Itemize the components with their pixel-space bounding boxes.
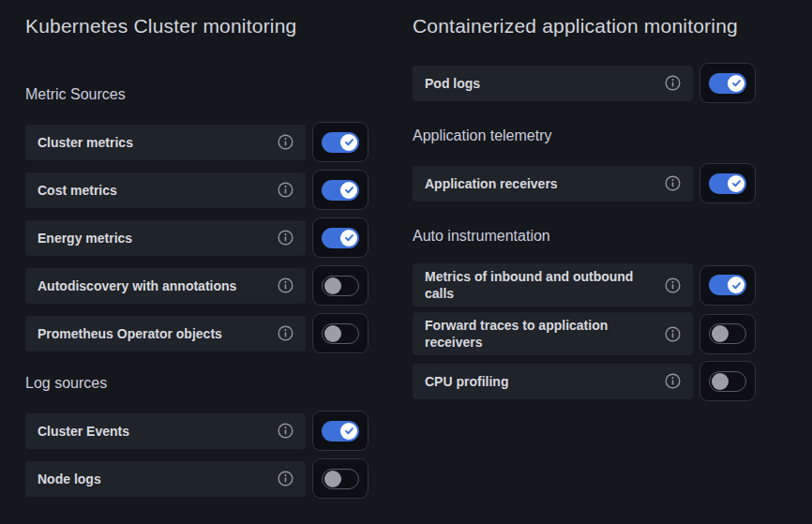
- toggle-knob: [728, 175, 744, 192]
- setting-row: Application receivers: [413, 163, 756, 203]
- toggle-pill: [322, 421, 359, 442]
- info-icon[interactable]: [665, 326, 681, 342]
- setting-bar: Metrics of inbound and outbound calls: [413, 263, 693, 307]
- section-heading: Metric Sources: [25, 85, 368, 103]
- check-icon: [344, 185, 354, 195]
- info-icon[interactable]: [278, 471, 293, 487]
- settings-page: Kubernetes Cluster monitoring Metric Sou…: [0, 0, 812, 506]
- toggle-pill: [709, 371, 746, 392]
- setting-row: Cost metrics: [25, 170, 368, 210]
- column-containerized-application-monitoring: Containerized application monitoring Pod…: [413, 12, 756, 506]
- toggle-switch[interactable]: [699, 265, 756, 306]
- toggle-switch[interactable]: [312, 458, 368, 499]
- info-icon[interactable]: [278, 277, 293, 293]
- setting-row: CPU profiling: [413, 361, 756, 401]
- setting-label: Cluster Events: [38, 423, 278, 440]
- toggle-pill: [322, 323, 359, 344]
- info-icon[interactable]: [278, 230, 293, 246]
- setting-row: Prometheus Operator objects: [25, 313, 368, 353]
- setting-bar: Energy metrics: [25, 220, 306, 256]
- section-log-sources: Log sources Cluster Events Node logs: [25, 374, 368, 499]
- toggle-pill: [322, 469, 359, 489]
- setting-row: Node logs: [25, 458, 368, 499]
- toggle-pill: [709, 275, 746, 295]
- toggle-knob: [340, 182, 357, 199]
- setting-label: Pod logs: [425, 75, 665, 92]
- setting-bar: Pod logs: [413, 66, 693, 101]
- info-icon[interactable]: [278, 325, 293, 341]
- check-icon: [731, 280, 742, 291]
- toggle-pill: [322, 132, 359, 153]
- toggle-switch[interactable]: [699, 163, 756, 203]
- toggle-knob: [712, 373, 729, 390]
- setting-label: Application receivers: [425, 175, 665, 192]
- setting-row: Energy metrics: [25, 217, 368, 258]
- setting-label: Autodiscovery with annotations: [38, 277, 278, 294]
- section-heading: Application telemetry: [413, 127, 756, 144]
- setting-bar: Forward traces to application receivers: [413, 312, 693, 355]
- toggle-knob: [728, 277, 744, 293]
- info-icon[interactable]: [278, 134, 293, 150]
- toggle-switch[interactable]: [312, 122, 368, 162]
- setting-row: Pod logs: [413, 63, 756, 103]
- check-icon: [344, 426, 354, 436]
- setting-bar: CPU profiling: [413, 364, 693, 399]
- page-title: Kubernetes Cluster monitoring: [25, 12, 368, 40]
- toggle-knob: [728, 75, 744, 92]
- page-title: Containerized application monitoring: [413, 12, 756, 40]
- info-icon[interactable]: [665, 373, 681, 389]
- check-icon: [731, 178, 742, 188]
- toggle-pill: [322, 228, 359, 248]
- toggle-pill: [322, 276, 359, 296]
- section-auto-instrumentation: Auto instrumentation Metrics of inbound …: [413, 227, 756, 401]
- toggle-knob: [340, 230, 357, 247]
- toggle-switch[interactable]: [312, 313, 368, 353]
- setting-label: Energy metrics: [38, 230, 278, 247]
- toggle-pill: [322, 180, 359, 201]
- setting-label: Cost metrics: [38, 182, 278, 199]
- toggle-switch[interactable]: [699, 314, 756, 354]
- toggle-switch[interactable]: [699, 361, 756, 401]
- toggle-switch[interactable]: [312, 217, 368, 258]
- toggle-switch[interactable]: [312, 170, 368, 210]
- check-icon: [344, 137, 354, 147]
- section-heading: Log sources: [25, 374, 368, 392]
- section-metric-sources: Metric Sources Cluster metrics Cost metr…: [25, 85, 368, 353]
- toggle-knob: [324, 325, 341, 342]
- setting-bar: Cost metrics: [25, 172, 306, 208]
- setting-bar: Prometheus Operator objects: [25, 316, 306, 352]
- setting-label: Node logs: [38, 471, 278, 487]
- setting-label: Forward traces to application receivers: [425, 317, 665, 351]
- toggle-knob: [324, 471, 341, 487]
- setting-label: Metrics of inbound and outbound calls: [425, 268, 665, 302]
- check-icon: [731, 78, 742, 88]
- setting-bar: Application receivers: [413, 166, 693, 202]
- setting-row: Autodiscovery with annotations: [25, 265, 368, 306]
- setting-row: Metrics of inbound and outbound calls: [413, 263, 756, 307]
- setting-row: Cluster Events: [25, 411, 368, 451]
- info-icon[interactable]: [665, 175, 681, 191]
- info-icon[interactable]: [278, 182, 293, 198]
- setting-label: Prometheus Operator objects: [38, 325, 278, 342]
- toggle-pill: [709, 323, 746, 344]
- toggle-knob: [340, 134, 357, 151]
- check-icon: [344, 232, 354, 243]
- column-kubernetes-cluster-monitoring: Kubernetes Cluster monitoring Metric Sou…: [25, 12, 368, 506]
- info-icon[interactable]: [278, 423, 293, 439]
- setting-bar: Autodiscovery with annotations: [25, 268, 306, 304]
- section-application-telemetry: Application telemetry Application receiv…: [413, 127, 756, 203]
- toggle-switch[interactable]: [699, 63, 756, 103]
- toggle-knob: [340, 423, 357, 440]
- setting-bar: Node logs: [25, 461, 306, 497]
- info-icon[interactable]: [665, 277, 681, 293]
- toggle-knob: [324, 277, 341, 294]
- setting-bar: Cluster metrics: [25, 125, 306, 160]
- toggle-switch[interactable]: [312, 265, 368, 306]
- setting-label: CPU profiling: [425, 373, 665, 390]
- setting-bar: Cluster Events: [25, 413, 306, 449]
- toggle-switch[interactable]: [312, 411, 368, 451]
- setting-label: Cluster metrics: [38, 134, 278, 151]
- toggle-pill: [709, 73, 746, 94]
- info-icon[interactable]: [665, 75, 681, 91]
- toggle-knob: [712, 325, 729, 342]
